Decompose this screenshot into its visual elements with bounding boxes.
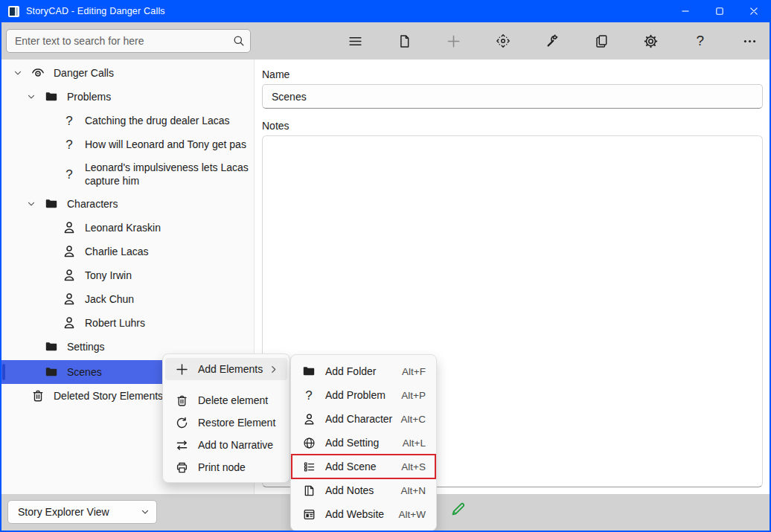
folder-icon	[43, 196, 60, 211]
tree-item-problems[interactable]: Problems	[1, 85, 254, 109]
move-icon[interactable]	[492, 30, 514, 52]
question-icon: ?	[61, 167, 77, 182]
minimize-button[interactable]	[668, 0, 703, 22]
printer-icon	[174, 460, 189, 475]
view-selector-label: Story Explorer View	[8, 506, 134, 518]
notes-icon	[301, 483, 316, 498]
copy-icon[interactable]	[590, 30, 612, 52]
website-icon	[301, 507, 316, 522]
edit-pencil-icon[interactable]	[448, 499, 469, 519]
selection-indicator	[2, 364, 5, 380]
menu-item-restore-element[interactable]: Restore Element	[165, 411, 287, 434]
question-icon: ?	[301, 388, 316, 403]
maximize-button[interactable]	[703, 0, 737, 22]
chevron-down-icon[interactable]	[25, 91, 37, 103]
tree-item-character-tony-irwin[interactable]: Tony Irwin	[1, 263, 254, 287]
person-icon	[61, 315, 77, 330]
command-bar: ?	[1, 22, 770, 60]
search-icon[interactable]	[228, 35, 250, 47]
wrench-icon[interactable]	[541, 30, 563, 52]
question-icon: ?	[61, 137, 77, 152]
new-file-icon[interactable]	[393, 30, 415, 52]
help-icon[interactable]: ?	[689, 30, 711, 52]
tree-item-character-leonard-kraskin[interactable]: Leonard Kraskin	[1, 216, 254, 240]
trash-icon	[30, 388, 46, 403]
search-box[interactable]	[6, 29, 251, 53]
tree-item-characters[interactable]: Characters	[1, 192, 254, 216]
close-button[interactable]	[737, 0, 771, 22]
tree-item-character-robert-luhrs[interactable]: Robert Luhrs	[1, 311, 254, 335]
chevron-right-icon	[269, 365, 278, 374]
add-elements-submenu: Add Folder Alt+F ? Add Problem Alt+P Add…	[290, 354, 437, 531]
folder-icon	[43, 89, 60, 104]
title-bar: StoryCAD - Editing Danger Calls	[0, 0, 771, 22]
tree-item-problem-3[interactable]: ? Leonard's impulsiveness lets Lacas cap…	[1, 156, 254, 192]
folder-icon	[301, 364, 316, 379]
search-input[interactable]	[7, 35, 228, 47]
submenu-item-add-setting[interactable]: Add Setting Alt+L	[291, 431, 436, 455]
menu-separator	[163, 380, 289, 389]
name-field[interactable]	[262, 84, 763, 109]
person-icon	[61, 292, 77, 307]
submenu-item-add-problem[interactable]: ? Add Problem Alt+P	[291, 383, 436, 407]
folder-icon	[43, 339, 60, 354]
person-icon	[61, 244, 77, 259]
globe-icon	[301, 435, 316, 450]
person-icon	[61, 268, 77, 283]
plus-icon	[174, 362, 189, 376]
question-icon: ?	[61, 113, 77, 128]
scene-list-icon	[301, 459, 316, 474]
menu-item-add-elements[interactable]: Add Elements	[165, 358, 287, 380]
submenu-item-add-website[interactable]: Add Website Alt+W	[291, 502, 436, 526]
submenu-item-add-notes[interactable]: Add Notes Alt+N	[291, 478, 436, 502]
context-menu: Add Elements Delete element Restore Elem…	[162, 353, 290, 483]
name-label: Name	[262, 68, 289, 80]
submenu-item-add-folder[interactable]: Add Folder Alt+F	[291, 359, 436, 383]
person-icon	[61, 220, 77, 235]
add-plus-icon[interactable]	[443, 30, 465, 52]
submenu-item-add-character[interactable]: Add Character Alt+C	[291, 407, 436, 431]
swap-arrows-icon	[174, 438, 189, 452]
tree-item-character-charlie-lacas[interactable]: Charlie Lacas	[1, 240, 254, 263]
gear-icon[interactable]	[640, 30, 662, 52]
folder-icon	[43, 365, 60, 379]
menu-item-add-to-narrative[interactable]: Add to Narrative	[165, 434, 287, 456]
window-title: StoryCAD - Editing Danger Calls	[26, 6, 165, 16]
chevron-down-icon[interactable]	[25, 198, 37, 210]
submenu-item-add-scene[interactable]: Add Scene Alt+S	[291, 455, 436, 478]
tree-item-problem-2[interactable]: ? How will Leonard and Tony get pas	[1, 132, 254, 156]
chevron-down-icon	[134, 507, 156, 516]
menu-item-print-node[interactable]: Print node	[165, 456, 287, 478]
notes-label: Notes	[262, 120, 289, 132]
overview-icon	[30, 65, 46, 80]
ellipsis-icon[interactable]	[738, 30, 761, 52]
view-selector-dropdown[interactable]: Story Explorer View	[7, 500, 157, 524]
menu-item-delete-element[interactable]: Delete element	[165, 389, 287, 411]
tree-item-character-jack-chun[interactable]: Jack Chun	[1, 287, 254, 311]
trash-icon	[174, 393, 189, 408]
app-logo-icon	[8, 6, 19, 17]
person-icon	[301, 411, 316, 426]
tree-item-danger-calls[interactable]: Danger Calls	[1, 61, 254, 85]
toolbar: ?	[344, 25, 761, 57]
tree-item-problem-1[interactable]: ? Catching the drug dealer Lacas	[1, 109, 254, 132]
chevron-down-icon[interactable]	[12, 67, 24, 79]
restore-icon	[174, 415, 189, 430]
hamburger-menu-icon[interactable]	[344, 30, 366, 52]
